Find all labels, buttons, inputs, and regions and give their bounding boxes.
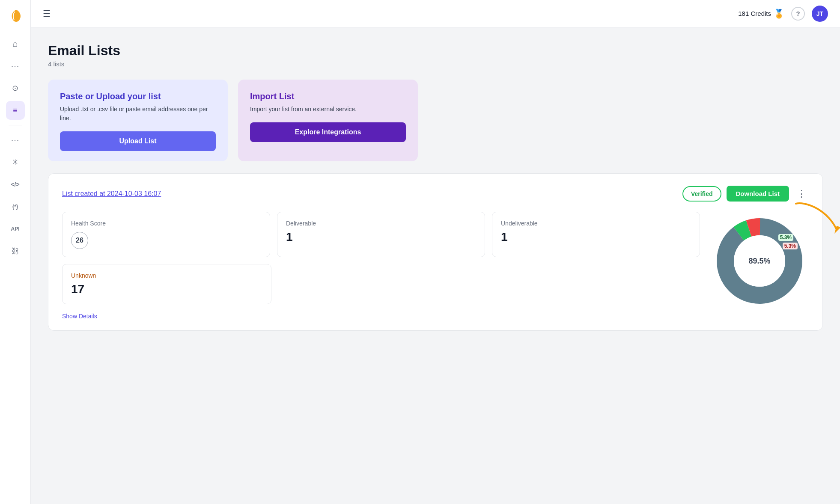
- undeliverable-pct-label: 5.3%: [783, 243, 798, 249]
- deliverable-label: Deliverable: [286, 220, 476, 227]
- list-card: List created at 2024-10-03 16:07 Verifie…: [48, 173, 823, 331]
- integration-icon: ⛓: [12, 247, 19, 256]
- search-icon: ⊙: [12, 83, 18, 93]
- sidebar-item-asterisk[interactable]: ✳: [6, 153, 25, 172]
- credits-label: 181 Credits: [738, 10, 771, 17]
- list-card-inner: List created at 2024-10-03 16:07 Verifie…: [62, 186, 809, 320]
- sidebar-item-integration[interactable]: ⛓: [6, 242, 25, 261]
- asterisk-icon: ✳: [12, 157, 18, 167]
- regex-icon: {*}: [12, 204, 18, 210]
- sidebar-item-lists[interactable]: ≡: [6, 101, 25, 120]
- undeliverable-card: Undeliverable 1: [492, 212, 700, 257]
- download-list-button[interactable]: Download List: [727, 186, 789, 202]
- sidebar: ⌂ ··· ⊙ ≡ ··· ✳ </> {*} API ⛓: [0, 0, 31, 504]
- health-score-badge: 26: [71, 232, 88, 249]
- user-avatar[interactable]: JT: [812, 6, 828, 22]
- stats-grid: Health Score 26 Deliverable 1 Undelivera…: [62, 212, 700, 257]
- chart-center-label: 89.5%: [748, 257, 770, 266]
- page-content: Email Lists 4 lists Paste or Upload your…: [31, 27, 840, 504]
- page-subtitle: 4 lists: [48, 60, 823, 68]
- undeliverable-value: 1: [501, 230, 691, 244]
- unknown-value: 17: [71, 282, 262, 296]
- main-wrapper: ☰ 181 Credits 🏅 ? JT Email Lists 4 lists…: [31, 0, 840, 504]
- more-options-button[interactable]: ⋮: [794, 187, 809, 201]
- paste-upload-title: Paste or Upload your list: [60, 92, 216, 101]
- topbar-right: 181 Credits 🏅 ? JT: [738, 6, 828, 22]
- list-card-header: List created at 2024-10-03 16:07 Verifie…: [62, 186, 809, 202]
- sidebar-item-more1[interactable]: ···: [6, 56, 25, 75]
- stats-chart-wrapper: Health Score 26 Deliverable 1 Undelivera…: [62, 212, 809, 320]
- upload-cards-row: Paste or Upload your list Upload .txt or…: [48, 80, 823, 161]
- undeliverable-label: Undeliverable: [501, 220, 691, 227]
- import-list-card: Import List Import your list from an ext…: [238, 80, 418, 161]
- stats-area: Health Score 26 Deliverable 1 Undelivera…: [62, 212, 700, 320]
- home-icon: ⌂: [12, 39, 18, 49]
- sidebar-item-code[interactable]: </>: [6, 175, 25, 194]
- code-icon: </>: [11, 181, 19, 188]
- lists-icon: ≡: [13, 106, 18, 115]
- topbar-left: ☰: [43, 9, 51, 19]
- help-question-icon: ?: [796, 10, 800, 17]
- donut-chart: 89.5% 5.3% 5.3%: [710, 212, 809, 310]
- show-details-link[interactable]: Show Details: [62, 313, 97, 320]
- sidebar-item-api[interactable]: API: [6, 219, 25, 238]
- svg-marker-0: [834, 226, 840, 234]
- avatar-initials: JT: [816, 10, 823, 17]
- more-icon-1: ···: [11, 61, 20, 71]
- more-icon-2: ···: [11, 135, 20, 145]
- sidebar-item-search[interactable]: ⊙: [6, 79, 25, 98]
- menu-icon[interactable]: ☰: [43, 9, 51, 19]
- import-list-desc: Import your list from an external servic…: [250, 105, 406, 114]
- page-title: Email Lists: [48, 43, 823, 59]
- sidebar-item-home[interactable]: ⌂: [6, 34, 25, 53]
- import-list-title: Import List: [250, 92, 406, 101]
- help-button[interactable]: ?: [791, 7, 805, 21]
- api-icon: API: [11, 226, 19, 232]
- sidebar-item-regex[interactable]: {*}: [6, 197, 25, 216]
- list-card-actions: Verified Download List ⋮: [682, 186, 809, 202]
- deliverable-pct-label: 5.3%: [778, 234, 793, 241]
- topbar: ☰ 181 Credits 🏅 ? JT: [31, 0, 840, 27]
- credits-badge[interactable]: 181 Credits 🏅: [738, 9, 784, 19]
- health-score-card: Health Score 26: [62, 212, 270, 257]
- upload-list-button[interactable]: Upload List: [60, 131, 216, 151]
- health-score-label: Health Score: [71, 220, 261, 227]
- verified-button[interactable]: Verified: [682, 186, 721, 202]
- explore-integrations-button[interactable]: Explore Integrations: [250, 122, 406, 142]
- paste-upload-desc: Upload .txt or .csv file or paste email …: [60, 105, 216, 123]
- unknown-card: Unknown 17: [62, 264, 271, 304]
- credits-icon: 🏅: [774, 9, 784, 19]
- deliverable-value: 1: [286, 230, 476, 244]
- sidebar-item-more2[interactable]: ···: [6, 130, 25, 149]
- sidebar-divider-1: [9, 125, 22, 125]
- unknown-label: Unknown: [71, 272, 262, 279]
- deliverable-card: Deliverable 1: [277, 212, 485, 257]
- paste-upload-card: Paste or Upload your list Upload .txt or…: [48, 80, 228, 161]
- app-logo[interactable]: [6, 7, 25, 26]
- list-title-link[interactable]: List created at 2024-10-03 16:07: [62, 190, 161, 198]
